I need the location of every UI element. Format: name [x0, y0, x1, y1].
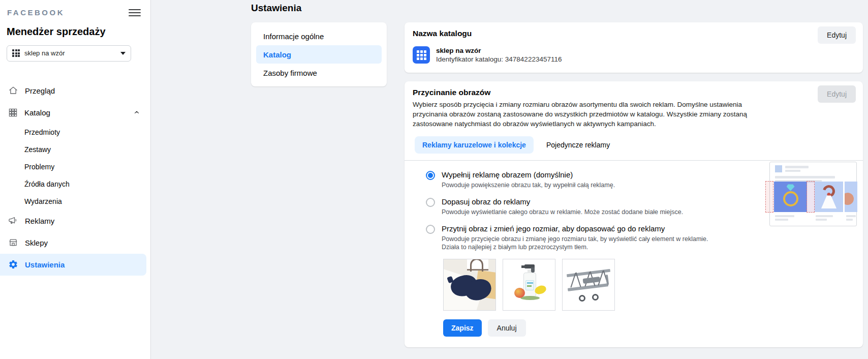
- radio-fit-image[interactable]: [426, 198, 435, 207]
- option-fill-ad[interactable]: Wypełnij reklamę obrazem (domyślnie) Pow…: [426, 170, 761, 189]
- carousel-card-partial: [845, 182, 857, 212]
- tab-pojedyncze-reklamy[interactable]: Pojedyncze reklamy: [539, 136, 617, 154]
- radio-fill-ad[interactable]: [426, 171, 435, 180]
- sidebar-item-ustawienia[interactable]: Ustawienia: [0, 254, 146, 276]
- grid-icon: [8, 108, 18, 117]
- catalog-id: Identyfikator katalogu: 347842223457116: [436, 55, 562, 63]
- sidebar-nav: Przegląd Katalog Przedmioty Zestawy Prob…: [0, 80, 150, 276]
- sample-thumbnails: [443, 259, 863, 311]
- settings-nav-zasoby-firmowe[interactable]: Zasoby firmowe: [256, 64, 382, 82]
- app-root: FACEBOOK Menedżer sprzedaży sklep na wzó…: [0, 0, 868, 359]
- catalog-selector-value: sklep na wzór: [24, 49, 116, 57]
- product-thumbnail-sleep-mask: [443, 259, 496, 311]
- gear-icon: [8, 259, 18, 270]
- chevron-down-icon: [120, 52, 126, 55]
- chevron-up-icon[interactable]: [133, 109, 140, 116]
- radio-crop-resize[interactable]: [426, 225, 435, 234]
- catalog-name: sklep na wzór: [436, 47, 562, 54]
- crop-marker-right: [807, 181, 815, 213]
- page-title: Ustawienia: [251, 3, 863, 14]
- sidebar-subitem-wydarzenia[interactable]: Wydarzenia: [0, 193, 150, 210]
- facebook-logo: FACEBOOK: [7, 8, 65, 17]
- sidebar-header: FACEBOOK: [0, 6, 150, 19]
- cropping-description: Wybierz sposób przycięcia i zmiany rozmi…: [413, 100, 752, 129]
- catalog-name-card: Nazwa katalogu Edytuj sklep na wzór Iden…: [405, 22, 863, 73]
- cropping-options: Wypełnij reklamę obrazem (domyślnie) Pow…: [405, 161, 863, 251]
- sidebar-subitem-problemy[interactable]: Problemy: [0, 158, 150, 175]
- ad-preview-illustration: [769, 162, 857, 226]
- edit-cropping-button[interactable]: Edytuj: [818, 85, 856, 103]
- cropping-card-title: Przycinanie obrazów: [413, 88, 855, 97]
- tab-reklamy-karuzelowe[interactable]: Reklamy karuzelowe i kolekcje: [415, 136, 534, 154]
- main-content: Ustawienia Informacje ogólne Katalog Zas…: [151, 0, 868, 359]
- catalog-card-title: Nazwa katalogu: [413, 29, 855, 38]
- image-cropping-card: Przycinanie obrazów Wybierz sposób przyc…: [405, 81, 863, 347]
- settings-nav: Informacje ogólne Katalog Zasoby firmowe: [251, 22, 387, 86]
- blue-grid-icon: [413, 46, 430, 64]
- hamburger-icon[interactable]: [129, 6, 141, 19]
- product-thumbnail-biplane: [562, 259, 615, 311]
- edit-catalog-name-button[interactable]: Edytuj: [818, 26, 856, 44]
- sidebar-item-reklamy[interactable]: Reklamy: [0, 210, 150, 232]
- cancel-button[interactable]: Anuluj: [488, 319, 526, 337]
- carousel-card-ring: [774, 182, 807, 212]
- sidebar-subitem-zrodla-danych[interactable]: Źródła danych: [0, 175, 150, 193]
- crop-marker-left: [765, 181, 773, 213]
- sidebar: FACEBOOK Menedżer sprzedaży sklep na wzó…: [0, 0, 151, 359]
- home-icon: [8, 85, 18, 96]
- ring-icon: [787, 184, 795, 191]
- avatar-placeholder: [775, 165, 782, 172]
- catalog-selector[interactable]: sklep na wzór: [7, 45, 131, 62]
- sidebar-subitem-przedmioty[interactable]: Przedmioty: [0, 124, 150, 141]
- settings-nav-informacje-ogolne[interactable]: Informacje ogólne: [256, 27, 382, 45]
- catalog-row: sklep na wzór Identyfikator katalogu: 34…: [413, 46, 855, 64]
- save-button[interactable]: Zapisz: [443, 319, 482, 337]
- settings-nav-katalog[interactable]: Katalog: [256, 45, 382, 64]
- grid-icon: [12, 49, 20, 57]
- cropping-tabs: Reklamy karuzelowe i kolekcje Pojedyncze…: [415, 136, 855, 154]
- storefront-icon: [8, 237, 18, 248]
- sidebar-item-katalog[interactable]: Katalog: [0, 102, 150, 124]
- carousel-mockup: [770, 182, 857, 212]
- form-actions: Zapisz Anuluj: [443, 319, 863, 337]
- sidebar-item-sklepy[interactable]: Sklepy: [0, 232, 150, 254]
- option-fit-image[interactable]: Dopasuj obraz do reklamy Powoduje wyświe…: [426, 197, 761, 216]
- product-thumbnail-spray-bottle: [503, 259, 555, 311]
- sidebar-subitem-zestawy[interactable]: Zestawy: [0, 141, 150, 158]
- option-crop-resize[interactable]: Przytnij obraz i zmień jego rozmiar, aby…: [426, 224, 761, 251]
- sidebar-item-przeglad[interactable]: Przegląd: [0, 80, 150, 102]
- app-title: Menedżer sprzedaży: [0, 26, 150, 38]
- carousel-card-kettle: [815, 182, 843, 212]
- megaphone-icon: [8, 216, 18, 226]
